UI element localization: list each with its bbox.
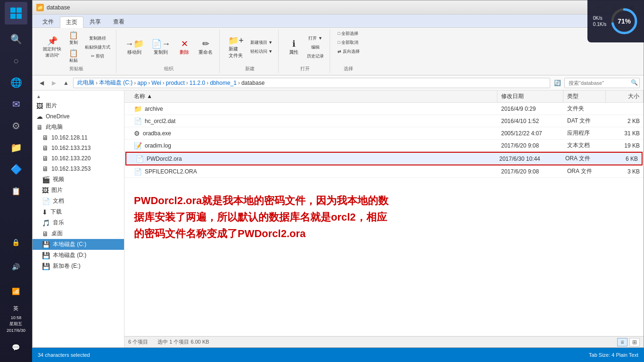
open-button[interactable]: 打开 ▼ — [305, 34, 326, 42]
new-label: 新建 — [245, 65, 255, 73]
sidebar-item-documents[interactable]: 📄文档 — [33, 196, 124, 206]
taskbar-icon-wifi[interactable]: 📶 — [7, 282, 25, 301]
start-button[interactable] — [5, 2, 27, 25]
file-row-hcorcl2[interactable]: 📄 hc_orcl2.dat 2016/4/10 1:52 DAT 文件 2 K… — [124, 115, 644, 127]
sidebar-item-local-c[interactable]: 💾本地磁盘 (C:) — [33, 239, 124, 250]
paste-button[interactable]: 📋 粘贴 — [67, 48, 80, 65]
sidebar-item-desktop[interactable]: 🖥桌面 — [33, 228, 124, 239]
ip4-icon: 🖥 — [42, 165, 49, 173]
taskbar-icon-cortana[interactable]: ○ — [7, 51, 25, 70]
edit-button[interactable]: 编辑 — [305, 43, 326, 51]
col-header-size[interactable]: 大小 — [606, 90, 644, 102]
tab-view[interactable]: 查看 — [107, 16, 131, 27]
path-wei[interactable]: Wei — [151, 80, 161, 86]
move-to-button[interactable]: →📁 移动到 — [122, 37, 147, 58]
sidebar-item-pictures-top[interactable]: 🖼图片 — [33, 100, 124, 111]
file-row-oradim[interactable]: 📝 oradim.log 2017/6/20 9:08 文本文档 19 KB — [124, 140, 644, 152]
sidebar-item-pictures[interactable]: 🖼图片 — [33, 185, 124, 196]
paste-shortcut-button[interactable]: 粘贴快捷方式 — [83, 43, 112, 51]
ribbon-group-organize: →📁 移动到 📄→ 复制到 ✕ 删除 ✏ 重命名 — [118, 30, 220, 73]
editor-status-right: Tab Size: 4 Plain Text — [589, 352, 638, 358]
sidebar-item-ip4[interactable]: 🖥10.162.133.253 — [33, 164, 124, 174]
sidebar-item-downloads[interactable]: ⬇下载 — [33, 206, 124, 217]
refresh-button[interactable]: 🔄 — [552, 78, 562, 88]
easy-access-button[interactable]: 轻松访问 ▼ — [248, 48, 274, 56]
ribbon-group-new: 📁+ 新建文件夹 新建项目 ▼ 轻松访问 ▼ 新建 — [222, 30, 279, 73]
file-row-oradba[interactable]: ⚙ oradba.exe 2005/12/22 4:07 应用程序 31 KB — [124, 127, 644, 140]
sidebar-item-video[interactable]: 🎬视频 — [33, 174, 124, 185]
sidebar-item-local-d[interactable]: 💾本地磁盘 (D:) — [33, 250, 124, 261]
col-header-name[interactable]: 名称 ▲ — [130, 90, 497, 102]
copy-to-button[interactable]: 📄→ 复制到 — [149, 37, 173, 58]
sidebar-item-ip2[interactable]: 🖥10.162.133.213 — [33, 143, 124, 153]
file-explorer: 📁 database ─ □ ✕ 文件 主页 共享 查看 📌 固定到"快速访问" — [32, 0, 644, 348]
tab-share[interactable]: 共享 — [83, 16, 107, 27]
sidebar-item-ip1[interactable]: 🖥10.162.128.11 — [33, 132, 124, 143]
history-button[interactable]: 历史记录 — [305, 52, 326, 60]
path-thispc[interactable]: 此电脑 — [77, 79, 94, 87]
download-speed: 0.1K/s — [593, 22, 606, 27]
sidebar-item-music[interactable]: 🎵音乐 — [33, 217, 124, 228]
ribbon-group-select: □ 全部选择 □ 全部取消 ⇄ 反向选择 选择 — [332, 30, 365, 73]
file-row-archive[interactable]: 📁 archive 2016/4/9 0:29 文件夹 — [124, 103, 644, 115]
new-folder-button[interactable]: 📁+ 新建文件夹 — [225, 33, 247, 61]
col-header-type[interactable]: 类型 — [563, 90, 606, 102]
up-button[interactable]: ▲ — [61, 78, 71, 88]
tab-home[interactable]: 主页 — [60, 16, 83, 28]
path-app[interactable]: app — [137, 80, 147, 86]
taskbar-icon-search[interactable]: 🔍 — [7, 30, 25, 49]
taskbar-icon-volume[interactable]: 🔊 — [7, 257, 25, 276]
col-header-date[interactable]: 修改日期 — [497, 90, 563, 102]
sidebar-item-ip3[interactable]: 🖥10.162.133.220 — [33, 153, 124, 164]
taskbar-icon-app2[interactable]: 📋 — [7, 181, 25, 200]
copy-button[interactable]: 📋 复制 — [67, 30, 80, 47]
select-none-button[interactable]: □ 全部取消 — [336, 39, 360, 47]
sidebar-item-thispc[interactable]: 🖥此电脑 — [33, 122, 124, 132]
file-type-archive: 文件夹 — [563, 104, 606, 114]
taskbar-icon-mail[interactable]: ✉ — [7, 95, 25, 114]
delete-button[interactable]: ✕ 删除 — [175, 37, 194, 58]
taskbar-icon-browser[interactable]: 🌐 — [7, 73, 25, 92]
pin-quick-access-button[interactable]: 📌 固定到"快速访问" — [40, 34, 64, 60]
dat-file-icon: 📄 — [134, 117, 142, 125]
file-date-pwdorcl2: 2017/6/30 10:44 — [495, 155, 561, 163]
search-input[interactable] — [564, 78, 640, 88]
file-row-pwdorcl2[interactable]: 📄 PWDorcl2.ora 2017/6/30 10:44 ORA 文件 6 … — [125, 152, 643, 165]
taskbar-icon-app1[interactable]: 🔷 — [7, 160, 25, 179]
file-type-pwdorcl2: ORA 文件 — [561, 154, 604, 164]
list-view-button[interactable]: ≡ — [617, 338, 627, 346]
path-dbhome[interactable]: dbhome_1 — [210, 80, 237, 86]
tab-file[interactable]: 文件 — [36, 16, 60, 27]
taskbar-icon-network[interactable]: 🔒 — [7, 233, 25, 252]
organize-label: 组织 — [164, 65, 173, 73]
annotation-text: PWDorcl2.ora就是我本地的密码文件，因为我本地的数 据库安装了两遍，所… — [134, 192, 634, 242]
grid-view-button[interactable]: ⊞ — [629, 338, 640, 346]
taskbar-icon-notify[interactable]: 💬 — [7, 338, 25, 357]
address-path-bar[interactable]: 此电脑 › 本地磁盘 (C:) › app › Wei › product › … — [73, 78, 550, 88]
system-taskbar: 🔍 ○ 🌐 ✉ ⚙ 📁 🔷 📋 🔒 🔊 📶 英 10:58 星期五 2017/6… — [0, 0, 32, 362]
file-size-spfile: 3 KB — [606, 167, 644, 176]
path-drive-c[interactable]: 本地磁盘 (C:) — [99, 79, 132, 87]
clipboard-label: 剪贴板 — [69, 65, 83, 73]
invert-select-button[interactable]: ⇄ 反向选择 — [336, 48, 362, 56]
file-name-spfile: SPFILEORCL2.ORA — [145, 168, 197, 175]
cut-button[interactable]: ✂ 剪切 — [83, 52, 112, 60]
file-type-oradim: 文本文档 — [563, 140, 606, 150]
copy-path-button[interactable]: 复制路径 — [83, 34, 112, 42]
back-button[interactable]: ◀ — [36, 78, 47, 88]
rename-button[interactable]: ✏ 重命名 — [196, 37, 215, 58]
sidebar-item-onedrive[interactable]: ☁OneDrive — [33, 111, 124, 122]
file-size-archive — [606, 108, 644, 110]
path-version[interactable]: 11.2.0 — [190, 80, 205, 86]
taskbar-icon-folder[interactable]: 📁 — [7, 138, 25, 157]
sidebar: ▲ 🖼图片 ☁OneDrive 🖥此电脑 🖥10.162.128.11 🖥10.… — [33, 90, 124, 347]
forward-button[interactable]: ▶ — [49, 78, 59, 88]
sidebar-expand-arrow[interactable]: ▲ — [33, 92, 124, 100]
taskbar-icon-settings[interactable]: ⚙ — [7, 116, 25, 135]
select-all-button[interactable]: □ 全部选择 — [336, 30, 360, 38]
sidebar-item-new-vol[interactable]: 💾新加卷 (E:) — [33, 261, 124, 272]
new-item-button[interactable]: 新建项目 ▼ — [248, 39, 274, 47]
file-row-spfile[interactable]: 📄 SPFILEORCL2.ORA 2017/6/20 9:08 ORA 文件 … — [124, 165, 644, 178]
properties-button[interactable]: ℹ 属性 — [284, 37, 303, 58]
path-product[interactable]: product — [166, 80, 185, 86]
